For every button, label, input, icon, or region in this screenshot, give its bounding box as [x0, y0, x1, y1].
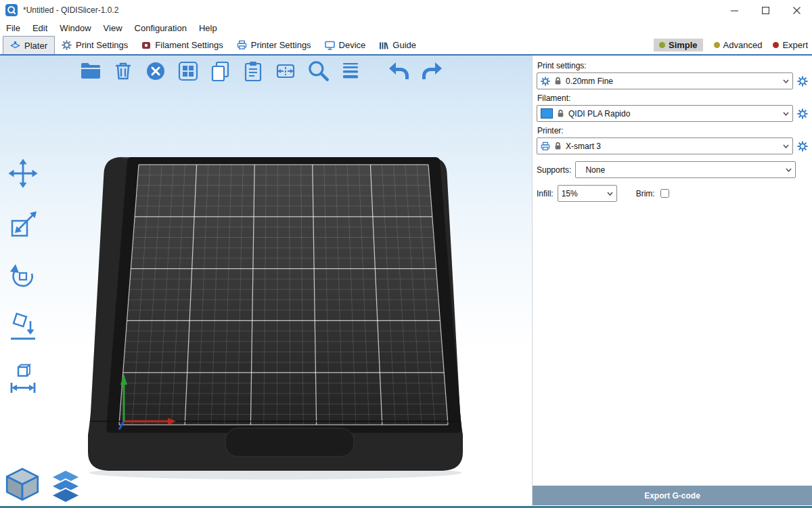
tab-guide[interactable]: Guide — [372, 36, 423, 54]
infill-value: 15% — [562, 189, 578, 198]
measure-width-tool-button[interactable] — [3, 362, 43, 397]
view-toggles — [3, 465, 84, 504]
trash-icon — [111, 59, 135, 83]
editor-view-button[interactable] — [3, 465, 42, 504]
place-on-face-icon — [7, 312, 39, 344]
open-folder-icon — [78, 59, 103, 83]
arrange-button[interactable] — [175, 58, 202, 85]
mode-expert-dot-icon — [773, 42, 779, 48]
rotate-icon — [7, 260, 39, 293]
mode-label: Expert — [782, 40, 808, 50]
minimize-button[interactable] — [719, 0, 750, 20]
delete-all-button[interactable] — [142, 58, 169, 85]
tab-label: Print Settings — [76, 40, 128, 50]
mode-simple-dot-icon — [659, 42, 665, 48]
supports-value: None — [585, 165, 605, 175]
menu-edit[interactable]: Edit — [26, 23, 53, 33]
copy-icon — [208, 59, 233, 83]
variable-layer-height-button[interactable] — [337, 58, 364, 85]
axes-indicator — [119, 374, 176, 429]
measure-width-icon — [7, 363, 39, 396]
monitor-icon — [325, 41, 335, 50]
menu-file[interactable]: File — [0, 23, 26, 33]
tab-print-settings[interactable]: Print Settings — [55, 36, 135, 54]
printer-combo[interactable]: X-smart 3 — [537, 137, 793, 154]
filament-gear-button[interactable] — [796, 107, 809, 121]
filament-value: QIDI PLA Rapido — [568, 109, 630, 119]
scale-icon — [7, 209, 39, 241]
split-icon — [273, 59, 298, 83]
menu-window[interactable]: Window — [53, 23, 97, 33]
window-title: *Untitled - QIDISlicer-1.0.2 — [23, 5, 118, 15]
paste-button[interactable] — [240, 58, 267, 85]
rotate-tool-button[interactable] — [3, 259, 43, 294]
window-controls — [719, 0, 812, 20]
print-settings-value: 0.20mm Fine — [566, 77, 613, 86]
delete-button[interactable] — [110, 58, 137, 85]
tab-label: Plater — [24, 41, 47, 51]
brim-checkbox[interactable] — [660, 189, 669, 198]
tab-printer-settings[interactable]: Printer Settings — [230, 36, 318, 54]
tab-device[interactable]: Device — [318, 36, 373, 54]
infill-combo[interactable]: 15% — [558, 185, 617, 202]
undo-button[interactable] — [386, 58, 413, 85]
move-arrows-icon — [7, 157, 39, 190]
printer-value: X-smart 3 — [566, 142, 601, 151]
mode-expert[interactable]: Expert — [773, 40, 808, 50]
scale-tool-button[interactable] — [3, 207, 43, 242]
split-button[interactable] — [272, 58, 299, 85]
viewport-3d[interactable] — [0, 56, 532, 508]
undo-arrow-icon — [387, 59, 411, 83]
move-tool-button[interactable] — [3, 156, 43, 191]
chevron-down-icon — [607, 192, 613, 196]
search-button[interactable] — [304, 58, 332, 85]
copy-button[interactable] — [207, 58, 234, 85]
maximize-button[interactable] — [750, 0, 781, 20]
chevron-down-icon — [783, 79, 789, 83]
chevron-down-icon — [783, 112, 789, 116]
menu-view[interactable]: View — [97, 23, 129, 33]
mode-advanced[interactable]: Advanced — [714, 40, 763, 50]
redo-arrow-icon — [420, 59, 444, 83]
tab-label: Guide — [392, 40, 416, 50]
gear-icon — [797, 108, 808, 119]
filament-combo[interactable]: QIDI PLA Rapido — [537, 105, 793, 122]
open-file-button[interactable] — [77, 58, 104, 85]
print-settings-gear-button[interactable] — [796, 75, 809, 88]
titlebar: *Untitled - QIDISlicer-1.0.2 — [0, 0, 812, 20]
app-logo-icon — [5, 4, 18, 16]
lock-icon — [557, 109, 564, 118]
menu-help[interactable]: Help — [193, 23, 223, 33]
mode-simple[interactable]: Simple — [654, 39, 703, 51]
lock-icon — [554, 77, 562, 85]
supports-combo[interactable]: None — [575, 161, 796, 178]
arrange-grid-icon — [176, 59, 200, 83]
top-toolbar — [77, 58, 445, 85]
tabbar: Plater Print Settings Filament Settings … — [0, 36, 812, 56]
filament-spool-icon — [141, 41, 151, 50]
chevron-down-icon — [783, 144, 789, 148]
mode-switcher: Simple Advanced Expert — [654, 36, 812, 54]
print-settings-combo[interactable]: 0.20mm Fine — [537, 72, 793, 89]
tab-plater[interactable]: Plater — [3, 36, 55, 54]
export-gcode-button[interactable]: Export G-code — [533, 486, 812, 505]
settings-sidebar: Print settings: 0.20mm Fine Filament: QI… — [532, 56, 812, 508]
cube-3d-icon — [3, 465, 42, 504]
redo-button[interactable] — [418, 58, 445, 85]
print-settings-label: Print settings: — [537, 61, 809, 70]
tab-label: Filament Settings — [155, 40, 223, 50]
mode-label: Advanced — [723, 40, 763, 50]
close-button[interactable] — [781, 0, 812, 20]
printer-gear-button[interactable] — [796, 140, 809, 153]
menu-configuration[interactable]: Configuration — [129, 23, 193, 33]
gear-icon — [797, 76, 808, 87]
gear-icon — [62, 40, 72, 50]
supports-label: Supports: — [537, 165, 571, 175]
place-on-face-tool-button[interactable] — [3, 310, 43, 345]
layers-stack-icon — [47, 467, 84, 504]
filament-color-swatch — [541, 108, 553, 119]
tab-filament-settings[interactable]: Filament Settings — [135, 36, 229, 54]
preview-view-button[interactable] — [47, 467, 84, 504]
brim-label: Brim: — [636, 189, 655, 198]
mode-label: Simple — [669, 40, 698, 50]
